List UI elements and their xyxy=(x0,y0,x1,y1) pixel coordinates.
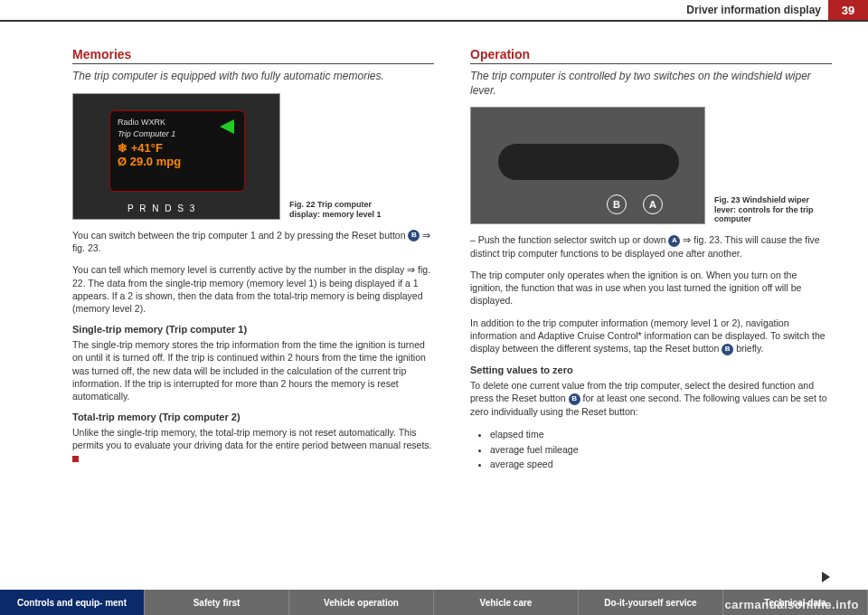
callout-b-icon: B xyxy=(607,194,627,214)
callout-arrow-icon xyxy=(220,119,234,134)
dash-mpg: Ø 29.0 mpg xyxy=(118,155,237,168)
figure-23-caption: Fig. 23 Windshield wiper lever: controls… xyxy=(714,195,823,224)
button-ref-b-icon: B xyxy=(569,393,580,405)
header-rule xyxy=(0,20,868,22)
tab-diy-service[interactable]: Do-it-yourself service xyxy=(579,590,723,615)
tab-technical-data[interactable]: Technical data xyxy=(723,590,868,615)
figure-22-row: Radio WXRK Trip Computer 1 ❄ +41°F Ø 29.… xyxy=(72,93,434,220)
paragraph: In addition to the trip computer informa… xyxy=(470,317,832,355)
heading-single-trip: Single-trip memory (Trip computer 1) xyxy=(72,324,434,335)
dash-temp: ❄ +41°F xyxy=(118,141,237,155)
dash-mpg-value: 29.0 mpg xyxy=(130,155,181,168)
paragraph: To delete one current value from the tri… xyxy=(470,379,832,418)
figure-22-caption: Fig. 22 Trip computer display: memory le… xyxy=(289,200,398,220)
list-item: average fuel mileage xyxy=(490,442,832,458)
section-subtitle: The trip computer is equipped with two f… xyxy=(72,70,434,84)
step: – Push the function selector switch up o… xyxy=(470,233,832,260)
callout-a-icon: A xyxy=(643,194,663,214)
text: You can switch between the trip computer… xyxy=(72,230,408,241)
paragraph: You can tell which memory level is curre… xyxy=(72,263,434,315)
text: In addition to the trip computer informa… xyxy=(470,317,826,354)
dash-gear: P R N D S 3 xyxy=(127,203,196,213)
text: – Push the function selector switch up o… xyxy=(470,234,668,245)
section-title-memories: Memories xyxy=(72,47,434,64)
button-ref-a-icon: A xyxy=(668,235,680,247)
list-item: average speed xyxy=(490,457,832,472)
paragraph: The trip computer only operates when the… xyxy=(470,269,832,308)
end-square-icon xyxy=(72,456,79,462)
section-title-operation: Operation xyxy=(470,47,832,64)
text: Unlike the single-trip memory, the total… xyxy=(72,427,431,450)
button-ref-b-icon: B xyxy=(408,230,420,241)
figure-22-image: Radio WXRK Trip Computer 1 ❄ +41°F Ø 29.… xyxy=(72,93,280,220)
section-subtitle: The trip computer is controlled by two s… xyxy=(470,70,832,98)
tab-vehicle-care[interactable]: Vehicle care xyxy=(434,590,579,615)
tab-vehicle-operation[interactable]: Vehicle operation xyxy=(289,590,434,615)
heading-total-trip: Total-trip memory (Trip computer 2) xyxy=(72,412,434,422)
heading-setting-zero: Setting values to zero xyxy=(470,364,832,375)
continue-arrow-icon xyxy=(822,572,830,582)
content-columns: Memories The trip computer is equipped w… xyxy=(72,47,832,474)
header-section: Driver information display xyxy=(686,4,821,16)
figure-23-row: B A Fig. 23 Windshield wiper lever: cont… xyxy=(470,107,832,224)
page-number-badge: 39 xyxy=(828,0,868,20)
left-column: Memories The trip computer is equipped w… xyxy=(72,47,434,474)
wiper-lever-icon xyxy=(498,144,679,180)
tab-controls[interactable]: Controls and equip- ment xyxy=(0,590,145,615)
paragraph: Unlike the single-trip memory, the total… xyxy=(72,426,434,465)
dash-temp-value: +41°F xyxy=(131,141,163,155)
tab-safety[interactable]: Safety first xyxy=(145,590,289,615)
text: briefly. xyxy=(733,343,763,354)
footer-nav-tabs: Controls and equip- ment Safety first Ve… xyxy=(0,590,868,615)
figure-23-image: B A xyxy=(470,107,705,224)
list-item: elapsed time xyxy=(490,427,832,442)
paragraph: The single-trip memory stores the trip i… xyxy=(72,338,434,402)
paragraph: You can switch between the trip computer… xyxy=(72,229,434,255)
right-column: Operation The trip computer is controlle… xyxy=(470,47,832,474)
bullet-list: elapsed time average fuel mileage averag… xyxy=(470,427,832,472)
button-ref-b-icon: B xyxy=(722,344,733,355)
